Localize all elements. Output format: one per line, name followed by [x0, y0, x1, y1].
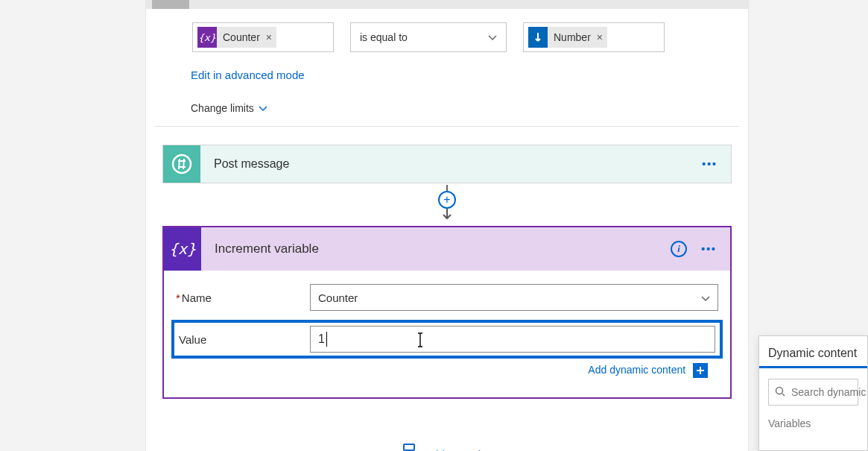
- post-message-card[interactable]: Post message •••: [162, 145, 732, 183]
- token-chip-number[interactable]: Number ×: [528, 27, 607, 48]
- text-cursor: [326, 332, 327, 347]
- number-icon: [528, 27, 548, 48]
- card-header-strip: [146, 0, 748, 9]
- add-action-icon: [401, 444, 417, 451]
- chevron-down-icon: [488, 33, 497, 42]
- chevron-down-icon: [259, 104, 267, 113]
- token-chip-counter[interactable]: {x} Counter ×: [197, 27, 276, 48]
- condition-card-body: {x} Counter × is equal to Number ×: [146, 9, 748, 114]
- change-limits-link[interactable]: Change limits: [191, 102, 254, 114]
- dynamic-content-group-label: Variables: [759, 413, 867, 434]
- operator-label: is equal to: [360, 31, 408, 43]
- card-menu-button[interactable]: •••: [701, 243, 717, 255]
- flow-canvas: {x} Counter × is equal to Number ×: [145, 0, 749, 451]
- ibeam-cursor-icon: [415, 332, 425, 352]
- name-field-row: *Name Counter: [176, 283, 718, 312]
- name-value: Counter: [318, 291, 358, 304]
- dynamic-content-badge-icon[interactable]: [693, 363, 708, 378]
- divider: [155, 126, 739, 127]
- card-connector: +: [146, 185, 748, 223]
- condition-left-operand[interactable]: {x} Counter ×: [192, 22, 334, 52]
- search-placeholder: Search dynamic content: [791, 386, 868, 398]
- dynamic-content-search[interactable]: Search dynamic content: [768, 379, 858, 406]
- variable-icon: {x}: [197, 27, 217, 48]
- svg-point-0: [173, 155, 191, 173]
- arrow-down-icon: [441, 209, 453, 223]
- search-icon: [775, 386, 785, 399]
- edit-advanced-mode-row: Edit in advanced mode: [191, 69, 726, 81]
- dynamic-content-panel: Dynamic content Search dynamic content V…: [758, 335, 868, 451]
- name-label: *Name: [176, 291, 310, 304]
- value-text: 1: [318, 332, 325, 346]
- edit-advanced-mode-link[interactable]: Edit in advanced mode: [191, 69, 305, 81]
- active-tab-indicator: [152, 0, 189, 9]
- token-label: Number: [548, 31, 597, 43]
- value-field-row-highlighted: Value 1: [171, 320, 723, 359]
- add-action-link[interactable]: Add an action: [425, 448, 493, 451]
- variable-icon: {x}: [164, 227, 201, 271]
- insert-step-button[interactable]: +: [438, 191, 456, 209]
- info-icon[interactable]: i: [671, 241, 687, 257]
- card-title: Post message: [214, 157, 289, 171]
- hash-icon: [163, 145, 200, 183]
- add-action-row[interactable]: Add an action: [146, 444, 748, 451]
- condition-right-operand[interactable]: Number ×: [523, 22, 665, 52]
- value-input[interactable]: 1: [310, 326, 715, 353]
- add-dynamic-content-row: Add dynamic content: [176, 359, 718, 378]
- connector-line: [446, 185, 448, 191]
- condition-operator-select[interactable]: is equal to: [350, 22, 507, 52]
- condition-expression-row: {x} Counter × is equal to Number ×: [192, 22, 726, 52]
- change-limits-row[interactable]: Change limits: [191, 102, 726, 114]
- remove-token-button[interactable]: ×: [597, 31, 603, 43]
- add-dynamic-content-link[interactable]: Add dynamic content: [588, 364, 685, 376]
- svg-rect-1: [404, 444, 414, 450]
- card-title: Increment variable: [215, 242, 319, 256]
- name-select[interactable]: Counter: [310, 284, 718, 311]
- svg-point-2: [776, 387, 783, 394]
- value-label: Value: [179, 333, 310, 346]
- token-label: Counter: [217, 31, 266, 43]
- chevron-down-icon: [701, 293, 710, 302]
- dynamic-content-tab[interactable]: Dynamic content: [759, 336, 867, 368]
- remove-token-button[interactable]: ×: [266, 31, 272, 43]
- increment-card-body: *Name Counter Value 1 Add dy: [164, 271, 730, 397]
- increment-card-header[interactable]: {x} Increment variable i •••: [164, 227, 730, 271]
- card-menu-button[interactable]: •••: [702, 158, 717, 170]
- increment-variable-card: {x} Increment variable i ••• *Name Count…: [162, 226, 732, 399]
